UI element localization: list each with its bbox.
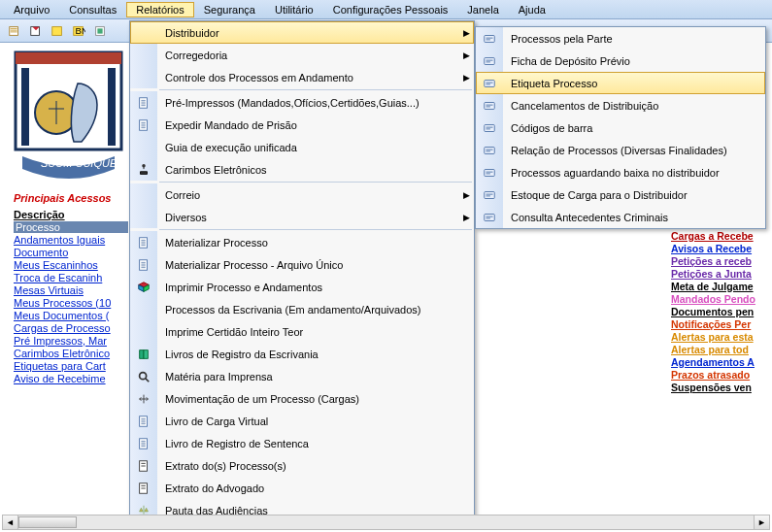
sidebar-item[interactable]: Processo [14,221,128,233]
menu-item[interactable]: Materializar Processo [130,231,474,253]
menu-item[interactable]: Livro de Carga Virtual [130,410,474,432]
menu-item[interactable]: Materializar Processo - Arquivo Único [130,253,474,276]
menu-item[interactable]: Livros de Registro da Escrivania [130,343,474,365]
card-icon [476,139,503,161]
sidebar-item[interactable]: Meus Escaninhos [14,258,128,271]
menu-item[interactable]: Correio▶ [130,183,474,206]
sidebar-item[interactable]: Aviso de Recebime [14,372,128,384]
doc-icon [130,432,157,454]
menu-item[interactable]: Carimbos Eletrônicos [130,158,474,181]
svg-rect-30 [485,191,495,198]
menu-seguranca[interactable]: Segurança [194,2,265,17]
menu-item[interactable]: Extrato do(s) Processo(s) [130,454,474,477]
toolbar-btn-3[interactable] [49,22,66,40]
doc-icon [130,253,157,276]
sidebar-item[interactable]: Mesas Virtuais [14,283,128,296]
svg-rect-27 [485,124,495,131]
alert-link[interactable]: Petições a receb [671,254,768,267]
scroll-right-button[interactable]: ► [754,515,769,529]
card-icon [476,27,503,50]
menu-item[interactable]: Pré-Impressos (Mandados,Ofícios,Certidõe… [130,91,474,114]
svg-point-18 [140,372,147,379]
alert-link[interactable]: Cargas a Recebe [671,229,768,242]
svg-rect-29 [485,169,495,176]
menu-item[interactable]: Corregedoria▶ [130,44,474,66]
submenu-item[interactable]: Cancelamentos de Distribuição [476,94,765,116]
submenu-item[interactable]: Processos aguardando baixa no distribuid… [476,161,765,183]
scroll-thumb[interactable] [18,516,77,528]
horizontal-scrollbar[interactable]: ◄ ► [2,515,770,530]
menu-item[interactable]: Imprime Certidão Inteiro Teor [130,320,474,343]
alert-link[interactable]: Avisos a Recebe [671,242,768,254]
menu-separator [159,229,472,230]
sidebar-item[interactable]: Cargas de Processo [14,321,128,334]
alert-link[interactable]: Meta de Julgame [671,280,768,292]
sidebar-list: Descrição Processo Andamentos Iguais Doc… [14,208,128,384]
scroll-left-button[interactable]: ◄ [3,515,18,529]
alert-link[interactable]: Documentos pen [671,305,768,317]
menu-config[interactable]: Configurações Pessoais [323,2,458,17]
svg-rect-17 [140,259,148,270]
alert-link[interactable]: Petições a Junta [671,267,768,280]
submenu-item-label: Estoque de Carga para o Distribuidor [503,189,765,201]
submenu-item[interactable]: Consulta Antecedentes Criminais [476,206,765,228]
sidebar-item[interactable]: Pré Impressos, Mar [14,334,128,347]
menu-item[interactable]: Diversos▶ [130,206,474,228]
submenu-item[interactable]: Processos pela Parte [476,27,765,50]
svg-rect-14 [140,119,148,130]
menu-relatorios[interactable]: Relatórios [126,2,194,17]
sidebar-item[interactable]: Etiquetas para Cart [14,359,128,372]
blank-icon [130,183,157,206]
submenu-item-label: Processos pela Parte [503,33,765,45]
mag-icon [130,365,157,387]
submenu-item[interactable]: Relação de Processos (Diversas Finalidad… [476,139,765,161]
toolbar-btn-5[interactable] [91,22,109,40]
alert-link[interactable]: Notificações Per [671,317,768,330]
sidebar-item[interactable]: Andamentos Iguais [14,233,128,246]
svg-rect-19 [140,416,148,426]
menu-item[interactable]: Imprimir Processo e Andamentos [130,276,474,298]
menu-utilitario[interactable]: Utilitário [265,2,323,17]
svg-rect-28 [485,147,495,153]
menu-item-label: Distribuidor [157,27,458,39]
toolbar-btn-2[interactable] [27,22,45,40]
alert-link[interactable]: Suspensões ven [671,381,768,393]
menu-item[interactable]: Guia de execução unificada [130,136,474,158]
menu-item[interactable]: Controle dos Processos em Andamento▶ [130,66,474,88]
menu-item[interactable]: Processos da Escrivania (Em andamento/Ar… [130,298,474,320]
sidebar-item[interactable]: Carimbos Eletrônico [14,347,128,359]
menu-ajuda[interactable]: Ajuda [509,2,555,17]
menu-item-label: Materializar Processo [157,237,474,249]
submenu-arrow-icon: ▶ [458,190,474,200]
alert-link[interactable]: Alertas para tod [671,343,768,355]
distribuidor-submenu: Processos pela ParteFicha de Depósito Pr… [475,26,766,229]
sidebar-item[interactable]: Documento [14,246,128,258]
alert-link[interactable]: Agendamentos A [671,355,768,368]
menu-item[interactable]: Livro de Registro de Sentenca [130,432,474,454]
alert-link[interactable]: Prazos atrasado [671,368,768,381]
menu-item-label: Extrato do(s) Processo(s) [157,460,474,472]
toolbar-btn-4[interactable]: BND [70,22,87,40]
menu-item[interactable]: Extrato do Advogado [130,477,474,499]
alert-link[interactable]: Mandados Pendo [671,292,768,305]
alert-link[interactable]: Alertas para esta [671,330,768,343]
menu-consultas[interactable]: Consultas [59,2,126,17]
menu-item-label: Pré-Impressos (Mandados,Ofícios,Certidõe… [157,97,474,109]
blank-icon [130,44,157,66]
sidebar-item[interactable]: Meus Processos (10 [14,296,128,309]
submenu-item[interactable]: Etiqueta Processo [476,72,765,94]
submenu-item[interactable]: Códigos de barra [476,116,765,139]
menu-item[interactable]: Matéria para Imprensa [130,365,474,387]
sidebar-item[interactable]: Troca de Escaninh [14,271,128,283]
right-alerts-column: Cargas a RecebeAvisos a RecebePetições a… [671,229,768,393]
menu-janela[interactable]: Janela [457,2,508,17]
toolbar-btn-1[interactable] [6,22,23,40]
menu-item[interactable]: Distribuidor▶ [130,21,474,44]
menu-arquivo[interactable]: Arquivo [4,2,59,17]
submenu-item[interactable]: Estoque de Carga para o Distribuidor [476,183,765,206]
menu-item[interactable]: Movimentação de um Processo (Cargas) [130,387,474,410]
sidebar-item[interactable]: Meus Documentos ( [14,309,128,321]
doc-icon [130,91,157,114]
menu-item[interactable]: Expedir Mandado de Prisão [130,114,474,136]
submenu-item[interactable]: Ficha de Depósito Prévio [476,50,765,72]
